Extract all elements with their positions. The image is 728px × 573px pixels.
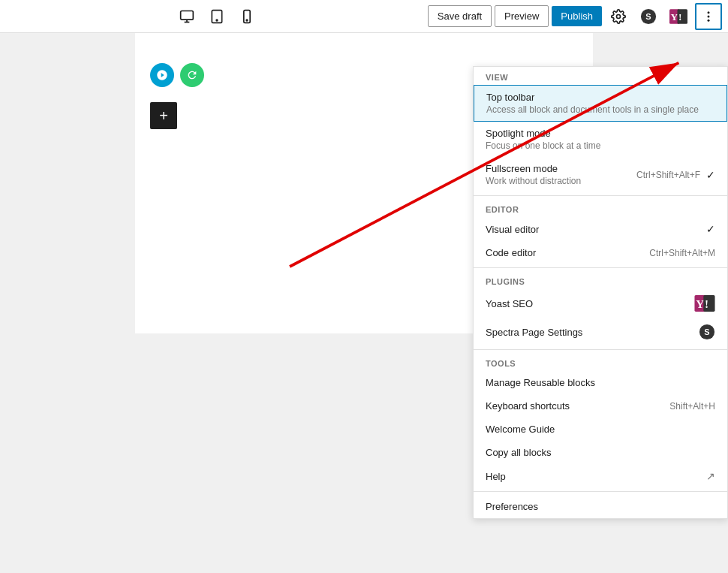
svg-text:S: S <box>704 327 709 336</box>
mobile-view-button[interactable] <box>233 3 260 30</box>
desktop-view-button[interactable] <box>173 3 200 30</box>
keyboard-shortcuts-menu-item[interactable]: Keyboard shortcuts Shift+Alt+H <box>474 394 727 418</box>
editor-canvas: + VIEW Top toolbar Access all block and … <box>0 33 728 573</box>
publish-button[interactable]: Publish <box>552 6 602 26</box>
view-icons-group <box>173 3 260 30</box>
manage-reusable-blocks-menu-item[interactable]: Manage Reusable blocks <box>474 371 727 394</box>
divider-1 <box>474 195 727 196</box>
editor-section-label: EDITOR <box>474 199 727 217</box>
svg-point-4 <box>216 20 218 21</box>
save-draft-button[interactable]: Save draft <box>428 5 492 27</box>
canvas-icon-2[interactable] <box>180 63 204 87</box>
spotlight-mode-menu-item[interactable]: Spotlight mode Focus on one block at a t… <box>474 122 727 157</box>
yoast-seo-menu-item[interactable]: Yoast SEO Y ! <box>474 289 727 318</box>
spectra-settings-menu-item[interactable]: Spectra Page Settings S <box>474 318 727 346</box>
view-section-label: VIEW <box>474 67 727 85</box>
divider-4 <box>474 491 727 492</box>
canvas-icon-1[interactable] <box>150 63 174 87</box>
add-block-button[interactable]: + <box>150 102 177 129</box>
svg-text:Y: Y <box>671 11 678 23</box>
svg-point-14 <box>708 11 710 14</box>
preferences-menu-item[interactable]: Preferences <box>474 495 727 518</box>
svg-text:S: S <box>645 11 651 20</box>
welcome-guide-menu-item[interactable]: Welcome Guide <box>474 418 727 441</box>
settings-button[interactable] <box>605 3 632 30</box>
help-menu-item[interactable]: Help ↗ <box>474 464 727 488</box>
plugins-section-label: PLUGINS <box>474 271 727 289</box>
svg-rect-0 <box>181 11 194 20</box>
svg-point-15 <box>708 15 710 17</box>
toolbar-right-group: Save draft Preview Publish S Y ! <box>428 3 722 30</box>
divider-2 <box>474 267 727 268</box>
tablet-view-button[interactable] <box>203 3 230 30</box>
preview-button[interactable]: Preview <box>495 5 549 27</box>
divider-3 <box>474 349 727 350</box>
top-toolbar: Save draft Preview Publish S Y ! <box>0 0 728 33</box>
visual-editor-menu-item[interactable]: Visual editor ✓ <box>474 217 727 241</box>
options-menu-button[interactable] <box>695 3 722 30</box>
top-toolbar-menu-item[interactable]: Top toolbar Access all block and documen… <box>474 85 727 122</box>
spectra-button[interactable]: S <box>635 3 662 30</box>
svg-text:Y: Y <box>696 297 704 310</box>
yoast-button[interactable]: Y ! <box>665 3 692 30</box>
svg-text:!: ! <box>705 297 708 310</box>
tools-section-label: TOOLS <box>474 353 727 371</box>
svg-text:!: ! <box>678 11 682 23</box>
fullscreen-mode-menu-item[interactable]: Fullscreen mode Work without distraction… <box>474 157 727 192</box>
code-editor-menu-item[interactable]: Code editor Ctrl+Shift+Alt+M <box>474 241 727 264</box>
svg-point-16 <box>708 19 710 21</box>
options-dropdown-menu: VIEW Top toolbar Access all block and do… <box>473 66 728 519</box>
svg-point-7 <box>617 14 621 18</box>
copy-all-blocks-menu-item[interactable]: Copy all blocks <box>474 441 727 464</box>
svg-point-6 <box>246 20 248 21</box>
